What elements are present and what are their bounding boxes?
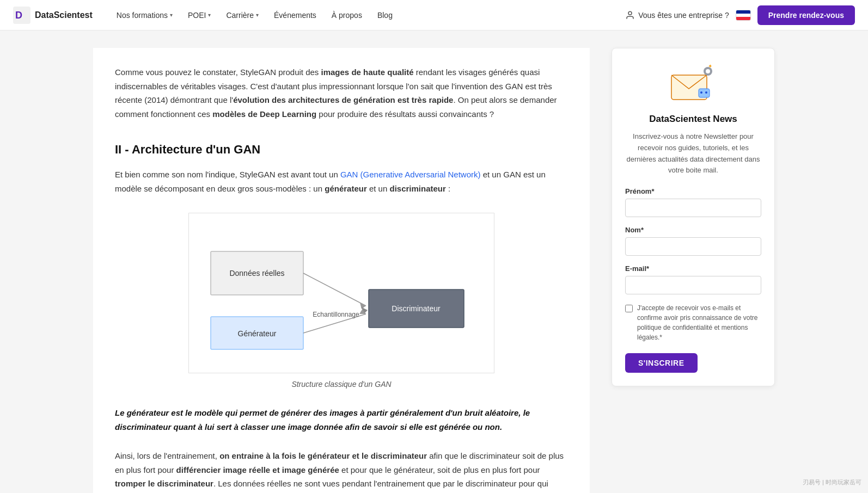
email-input[interactable]	[625, 276, 761, 294]
svg-text:Données réelles: Données réelles	[229, 269, 284, 278]
prenom-input[interactable]	[625, 199, 761, 217]
enterprise-link[interactable]: Vous êtes une entreprise ?	[625, 10, 729, 20]
nav-item-poei[interactable]: POEI ▾	[181, 7, 217, 24]
gan-diagram: Données réelles Générateur Discriminateu…	[200, 224, 483, 360]
consent-label: J'accepte de recevoir vos e-mails et con…	[637, 303, 761, 342]
diagram-wrapper: Données réelles Générateur Discriminateu…	[188, 213, 494, 373]
chevron-down-icon: ▾	[170, 12, 173, 18]
enterprise-icon	[625, 10, 635, 20]
svg-point-21	[705, 91, 707, 94]
newsletter-icon-wrapper: ✦	[625, 61, 761, 105]
watermark: 刃易号 | 时尚玩家岳可	[803, 478, 861, 486]
nav-item-formations-label: Nos formations	[117, 11, 168, 20]
cta-button[interactable]: Prendre rendez-vous	[757, 5, 855, 25]
nav-item-apropos[interactable]: À propos	[325, 7, 369, 24]
consent-checkbox[interactable]	[625, 305, 633, 312]
svg-text:Discriminateur: Discriminateur	[392, 304, 441, 313]
nom-input[interactable]	[625, 237, 761, 256]
flag-red	[736, 17, 750, 20]
checkbox-row: J'accepte de recevoir vos e-mails et con…	[625, 303, 761, 342]
logo-icon: D	[13, 7, 30, 24]
newsletter-card: ✦ DataScientest News Inscrivez-vous à no…	[612, 48, 775, 386]
svg-text:Générateur: Générateur	[238, 329, 277, 338]
nav-item-apropos-label: À propos	[332, 11, 362, 20]
nom-label: Nom*	[625, 226, 761, 234]
nav-item-poei-label: POEI	[188, 11, 206, 20]
svg-point-2	[628, 11, 632, 15]
enterprise-label: Vous êtes une entreprise ?	[638, 11, 729, 20]
svg-text:D: D	[15, 10, 22, 21]
nav-links: Nos formations ▾ POEI ▾ Carrière ▾ Événe…	[110, 7, 625, 24]
newsletter-title: DataScientest News	[625, 114, 761, 125]
chevron-down-icon: ▾	[208, 12, 211, 18]
nav-right: Vous êtes une entreprise ? Prendre rende…	[625, 5, 855, 25]
prenom-field: Prénom*	[625, 187, 761, 217]
svg-point-18	[706, 69, 710, 73]
conclusion-paragraph: Ainsi, lors de l'entrainement, on entrai…	[115, 449, 568, 493]
nav-item-blog-label: Blog	[377, 11, 393, 20]
svg-text:✦: ✦	[708, 63, 712, 69]
newsletter-icon: ✦	[669, 61, 718, 105]
blockquote: Le générateur est le modèle qui permet d…	[115, 406, 568, 434]
svg-line-9	[303, 273, 366, 306]
intro-paragraph: Comme vous pouvez le constater, StyleGAN…	[115, 65, 568, 121]
section-paragraph: Et bien comme son nom l'indique, StyleGA…	[115, 168, 568, 195]
sidebar: ✦ DataScientest News Inscrivez-vous à no…	[612, 48, 775, 386]
svg-point-20	[700, 91, 702, 94]
svg-rect-19	[699, 89, 710, 97]
nav-item-carriere-label: Carrière	[226, 11, 254, 20]
subscribe-button[interactable]: S'INSCRIRE	[625, 353, 698, 373]
french-flag[interactable]	[736, 10, 751, 21]
svg-text:Echantillonnage: Echantillonnage	[313, 311, 359, 318]
section-heading: II - Architecture d'un GAN	[115, 143, 568, 157]
chevron-down-icon: ▾	[256, 12, 259, 18]
nav-item-evenements-label: Événements	[274, 11, 316, 20]
logo[interactable]: D DataScientest	[13, 7, 93, 24]
nav-item-carriere[interactable]: Carrière ▾	[219, 7, 265, 24]
logo-text: DataScientest	[35, 10, 93, 20]
main-content: Comme vous pouvez le constater, StyleGAN…	[93, 48, 590, 493]
gan-link[interactable]: GAN (Generative Adversarial Network)	[340, 170, 481, 179]
newsletter-description: Inscrivez-vous à notre Newsletter pour r…	[625, 131, 761, 176]
diagram-caption: Structure classique d'un GAN	[291, 380, 391, 389]
prenom-label: Prénom*	[625, 187, 761, 195]
page-layout: Comme vous pouvez le constater, StyleGAN…	[80, 30, 788, 493]
nav-item-evenements[interactable]: Événements	[267, 7, 323, 24]
email-label: E-mail*	[625, 264, 761, 273]
navbar: D DataScientest Nos formations ▾ POEI ▾ …	[0, 0, 868, 30]
diagram-container: Données réelles Générateur Discriminateu…	[115, 213, 568, 389]
nom-field: Nom*	[625, 226, 761, 256]
nav-item-formations[interactable]: Nos formations ▾	[110, 7, 179, 24]
email-field: E-mail*	[625, 264, 761, 294]
nav-item-blog[interactable]: Blog	[371, 7, 399, 24]
